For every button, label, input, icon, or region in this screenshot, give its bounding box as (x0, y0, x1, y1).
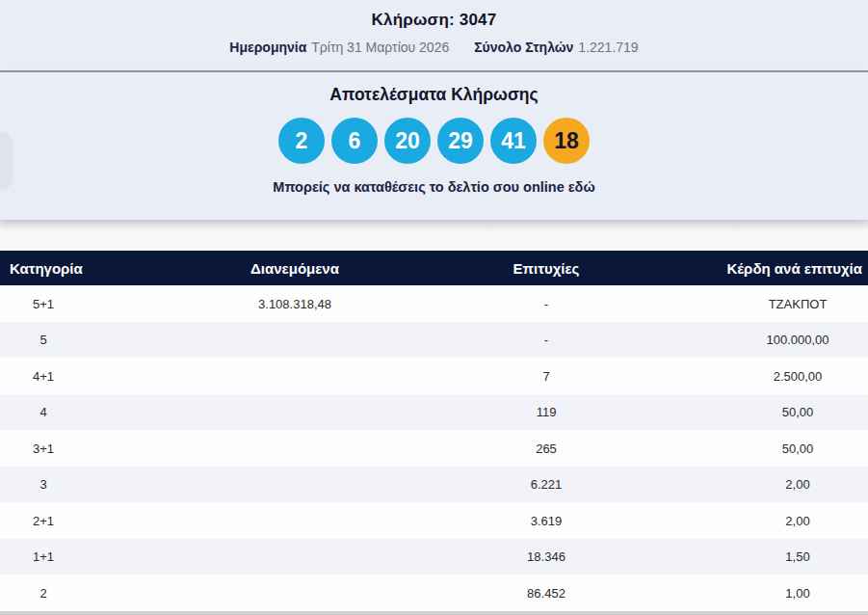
table-row: 3+126550,00 (0, 430, 868, 467)
prize-cell: 2.500,00 (774, 368, 823, 383)
winners-cell: 119 (537, 405, 557, 419)
date-value: Τρίτη 31 Μαρτίου 2026 (311, 40, 449, 55)
winners-cell: 265 (536, 441, 557, 455)
results-title: Αποτελέσματα Κλήρωσης (0, 72, 868, 105)
category-cell: 2 (39, 585, 46, 600)
columns-label: Σύνολο Στηλών (474, 40, 573, 55)
header-prize: Κέρδη ανά επιτυχία (727, 260, 862, 277)
prize-cell: 1,00 (785, 585, 809, 600)
category-cell: 2+1 (33, 513, 54, 527)
prize-cell: 50,00 (782, 441, 814, 455)
table-row: 286.4521,00 (0, 575, 868, 611)
draw-header: Κλήρωση: 3047 ΗμερομηνίαΤρίτη 31 Μαρτίου… (0, 0, 868, 72)
winners-cell: 7 (542, 368, 549, 383)
table-header: Κατηγορία Διανεμόμενα Επιτυχίες Κέρδη αν… (0, 251, 868, 285)
prize-cell: ΤΖΑΚΠΟΤ (769, 296, 828, 310)
table-row: 1+118.3461,50 (0, 539, 868, 575)
date-label: Ημερομηνία (229, 40, 306, 55)
table-row: 5-100.000,00 (0, 322, 868, 359)
winners-cell: 18.346 (527, 549, 566, 564)
prize-cell: 100.000,00 (766, 333, 829, 347)
columns-value: 1.221.719 (578, 40, 638, 55)
prize-cell: 2,00 (785, 513, 809, 527)
number-ball: 29 (437, 118, 484, 164)
prize-cell: 1,50 (785, 549, 809, 564)
category-cell: 3+1 (33, 441, 54, 455)
draw-title: Κλήρωση: 3047 (0, 0, 868, 30)
category-cell: 3 (39, 477, 46, 492)
results-section: Αποτελέσματα Κλήρωσης 2620294118 Μπορείς… (0, 72, 868, 220)
category-cell: 4+1 (33, 368, 54, 383)
category-cell: 5 (39, 333, 46, 347)
submit-online-link[interactable]: Μπορείς να καταθέσεις το δελτίο σου onli… (273, 179, 594, 195)
table-row: 5+13.108.318,48-ΤΖΑΚΠΟΤ (0, 285, 868, 322)
number-ball: 41 (490, 118, 537, 164)
distributed-cell: 3.108.318,48 (258, 296, 331, 310)
header-category: Κατηγορία (10, 260, 83, 277)
draw-meta: ΗμερομηνίαΤρίτη 31 Μαρτίου 2026Σύνολο Στ… (0, 40, 868, 55)
header-distributed: Διανεμόμενα (250, 260, 339, 277)
bottom-divider (0, 611, 868, 615)
prize-cell: 50,00 (782, 405, 814, 419)
table-row: 411950,00 (0, 394, 868, 431)
winners-cell: 3.619 (531, 513, 563, 527)
table-row: 2+13.6192,00 (0, 502, 868, 539)
winners-cell: 86.452 (527, 585, 566, 600)
table-body: 5+13.108.318,48-ΤΖΑΚΠΟΤ5-100.000,004+172… (0, 285, 868, 611)
header-winners: Επιτυχίες (513, 260, 580, 277)
winning-numbers: 2620294118 (0, 118, 868, 164)
joker-ball: 18 (543, 118, 590, 164)
category-cell: 5+1 (33, 296, 54, 310)
winners-cell: 6.221 (531, 477, 563, 492)
category-cell: 1+1 (33, 549, 54, 564)
table-row: 36.2212,00 (0, 467, 868, 503)
winners-cell: - (544, 296, 548, 310)
number-ball: 6 (331, 118, 378, 164)
edge-nav-button[interactable] (0, 132, 13, 190)
winners-cell: - (544, 333, 548, 347)
lottery-results-page: Κλήρωση: 3047 ΗμερομηνίαΤρίτη 31 Μαρτίου… (0, 0, 868, 615)
category-cell: 4 (39, 405, 46, 419)
prize-cell: 2,00 (785, 477, 809, 492)
number-ball: 20 (384, 118, 431, 164)
table-row: 4+172.500,00 (0, 358, 868, 394)
number-ball: 2 (278, 118, 325, 164)
section-spacer (0, 220, 868, 251)
